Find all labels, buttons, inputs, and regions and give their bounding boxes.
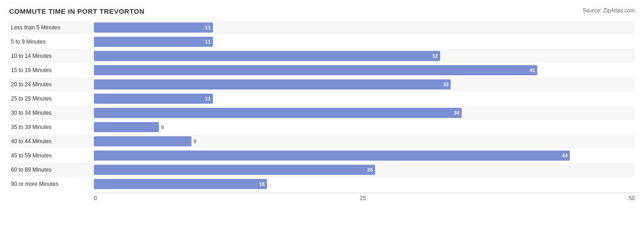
bar-fill: [94, 136, 191, 146]
x-axis: 02550: [94, 193, 635, 201]
bar-row: Less than 5 Minutes11: [9, 21, 635, 34]
bar-label: 10 to 14 Minutes: [9, 51, 94, 61]
bar-row: 30 to 34 Minutes34: [9, 106, 635, 120]
bar-row: 90 or more Minutes16: [9, 177, 635, 191]
bar-label: 15 to 19 Minutes: [9, 65, 94, 75]
bar-fill: 11: [94, 22, 213, 33]
bar-track: 33: [94, 78, 635, 91]
bar-fill: 44: [94, 151, 570, 161]
bar-row: 20 to 24 Minutes33: [9, 78, 635, 91]
bar-track: 34: [94, 106, 635, 119]
bar-label: 40 to 44 Minutes: [9, 136, 94, 146]
bar-value-inside: 32: [432, 53, 438, 59]
chart-header: COMMUTE TIME IN PORT TREVORTON Source: Z…: [9, 7, 635, 15]
bar-fill: 11: [94, 37, 213, 47]
bar-value-inside: 16: [259, 181, 265, 187]
chart-area: Less than 5 Minutes115 to 9 Minutes1110 …: [9, 21, 635, 191]
x-axis-label: 0: [94, 195, 97, 201]
bar-row: 45 to 59 Minutes44: [9, 149, 635, 162]
bar-value-inside: 41: [529, 67, 535, 73]
x-axis-label: 50: [629, 195, 635, 201]
bar-fill: 11: [94, 94, 213, 104]
bar-row: 25 to 29 Minutes11: [9, 92, 635, 106]
bar-label: 30 to 34 Minutes: [9, 108, 94, 118]
bar-track: 16: [94, 178, 635, 190]
bar-value-inside: 11: [205, 25, 211, 30]
bar-value-inside: 11: [205, 96, 211, 101]
bar-value-inside: 44: [562, 153, 568, 158]
bar-label: 90 or more Minutes: [9, 179, 94, 189]
bar-row: 15 to 19 Minutes41: [9, 63, 635, 77]
bar-fill: 34: [94, 108, 462, 118]
bar-value-outside: 6: [161, 124, 164, 130]
chart-title: COMMUTE TIME IN PORT TREVORTON: [9, 7, 145, 15]
bar-row: 5 to 9 Minutes11: [9, 35, 635, 49]
bar-track: 6: [94, 121, 635, 134]
bar-row: 10 to 14 Minutes32: [9, 49, 635, 63]
bar-track: 11: [94, 35, 635, 48]
bar-value-inside: 34: [454, 110, 459, 116]
bar-value-inside: 26: [367, 167, 373, 173]
x-axis-label: 25: [360, 195, 366, 201]
bar-fill: 33: [94, 79, 451, 89]
bar-value-outside: 9: [194, 139, 196, 144]
bar-track: 11: [94, 92, 635, 105]
bar-track: 9: [94, 135, 635, 148]
bar-label: 60 to 89 Minutes: [9, 165, 94, 175]
bar-row: 60 to 89 Minutes26: [9, 163, 635, 177]
bar-track: 32: [94, 50, 635, 62]
bar-fill: [94, 122, 159, 132]
bar-fill: 16: [94, 179, 267, 189]
bar-fill: 26: [94, 165, 375, 175]
bar-value-inside: 33: [443, 82, 448, 87]
x-axis-labels: 02550: [94, 195, 635, 201]
bar-row: 40 to 44 Minutes9: [9, 134, 635, 148]
bar-value-inside: 11: [205, 39, 211, 45]
bar-track: 11: [94, 21, 635, 34]
bar-track: 44: [94, 149, 635, 162]
bar-label: 45 to 59 Minutes: [9, 151, 94, 161]
bar-label: 20 to 24 Minutes: [9, 79, 94, 89]
bar-fill: 32: [94, 51, 440, 61]
chart-source: Source: ZipAtlas.com: [583, 7, 635, 14]
bar-row: 35 to 39 Minutes6: [9, 120, 635, 134]
bar-label: 35 to 39 Minutes: [9, 122, 94, 132]
bar-label: Less than 5 Minutes: [9, 22, 94, 33]
bar-label: 25 to 29 Minutes: [9, 94, 94, 104]
bar-fill: 41: [94, 65, 537, 75]
bar-track: 41: [94, 64, 635, 77]
bar-label: 5 to 9 Minutes: [9, 37, 94, 47]
bar-track: 26: [94, 163, 635, 176]
